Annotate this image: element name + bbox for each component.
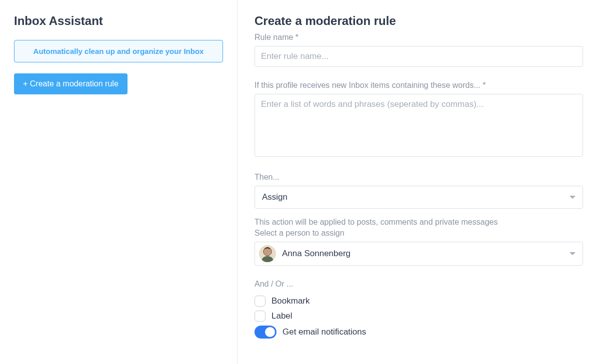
assignee-select[interactable]: Anna Sonnenberg xyxy=(254,242,583,266)
action-select[interactable]: Assign xyxy=(254,186,583,209)
chevron-down-icon xyxy=(570,252,576,255)
action-helper-text: This action will be applied to posts, co… xyxy=(254,218,583,227)
email-notifications-label: Get email notifications xyxy=(282,327,366,337)
page-title: Create a moderation rule xyxy=(254,14,583,28)
svg-point-2 xyxy=(264,248,271,255)
rule-name-input[interactable] xyxy=(254,46,583,67)
and-or-label: And / Or ... xyxy=(254,280,583,289)
trigger-label: If this profile receives new Inbox items… xyxy=(254,81,583,90)
chevron-down-icon xyxy=(570,196,576,199)
trigger-words-textarea[interactable] xyxy=(254,94,583,157)
action-select-value: Assign xyxy=(262,192,288,202)
inbox-cleanup-banner[interactable]: Automatically clean up and organize your… xyxy=(14,40,223,62)
label-checkbox[interactable] xyxy=(254,311,266,322)
create-moderation-rule-button[interactable]: + Create a moderation rule xyxy=(14,73,128,94)
avatar xyxy=(259,245,276,262)
assign-label: Select a person to assign xyxy=(254,229,583,238)
rule-name-label: Rule name * xyxy=(254,33,583,42)
then-label: Then... xyxy=(254,173,583,182)
email-notifications-toggle[interactable] xyxy=(254,326,276,339)
bookmark-checkbox[interactable] xyxy=(254,296,266,307)
sidebar-title: Inbox Assistant xyxy=(14,14,223,28)
assignee-select-value: Anna Sonnenberg xyxy=(282,249,350,259)
bookmark-option-label: Bookmark xyxy=(272,296,310,306)
label-option-label: Label xyxy=(272,311,292,321)
